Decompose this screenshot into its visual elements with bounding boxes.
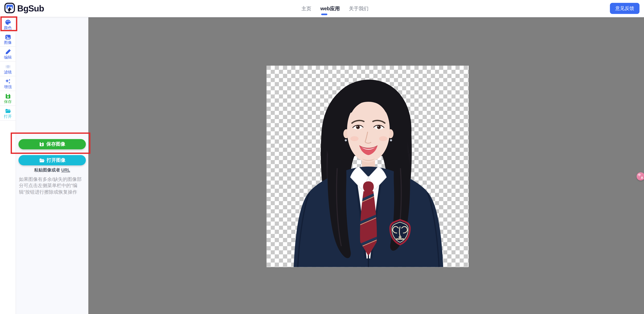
logo-text: BgSub [17, 4, 44, 13]
pencil-icon [5, 49, 11, 55]
tool-rail: 颜色 图像 编辑 滤镜 [0, 17, 16, 314]
feedback-button[interactable]: 意见反馈 [610, 3, 640, 14]
paste-url-link[interactable]: URL [61, 167, 70, 172]
save-icon [5, 93, 11, 99]
rail-item-color[interactable]: 颜色 [0, 17, 16, 32]
active-nav-underline [321, 13, 328, 15]
translate-en-char: A [641, 176, 643, 180]
nav-about[interactable]: 关于我们 [349, 5, 368, 12]
rail-item-image[interactable]: 图像 [0, 32, 16, 47]
screenshot-stage: BgSub 主页 web应用 关于我们 意见反馈 颜色 [0, 0, 644, 314]
transparent-image-preview [266, 65, 468, 267]
nav-home[interactable]: 主页 [302, 5, 311, 12]
open-folder-icon [5, 108, 11, 114]
rail-label: 滤镜 [4, 70, 12, 74]
open-folder-icon [39, 157, 44, 163]
nav-webapp-label: web应用 [320, 5, 340, 11]
editor-canvas [88, 17, 644, 314]
rail-label: 打开 [4, 114, 12, 118]
rail-item-save[interactable]: 保存 [0, 91, 16, 106]
rail-label: 编辑 [4, 55, 12, 59]
rail-label: 保存 [4, 99, 12, 103]
bgsub-logo-icon [4, 2, 15, 15]
rail-item-open[interactable]: 打开 [0, 106, 16, 121]
rail-label: 图像 [4, 40, 12, 44]
edit-help-text: 如果图像有多余/缺失的图像部分可点击左侧菜单栏中的"编辑"按钮进行擦除或恢复操作 [19, 176, 86, 195]
rail-label: 增强 [4, 85, 12, 89]
save-image-button[interactable]: 保存图像 [18, 139, 86, 149]
rail-item-enhance[interactable]: 增强 [0, 76, 16, 91]
rail-item-edit[interactable]: 编辑 [0, 47, 16, 62]
save-icon [39, 141, 44, 147]
open-image-button[interactable]: 打开图像 [18, 155, 86, 165]
palette-icon [5, 19, 11, 25]
save-image-label: 保存图像 [46, 141, 65, 147]
rail-label: 颜色 [4, 26, 12, 30]
translate-zh-char: 中 [638, 173, 641, 177]
rail-item-filter[interactable]: 滤镜 [0, 61, 16, 76]
translate-fab[interactable]: 中 A [636, 172, 644, 180]
nav-webapp[interactable]: web应用 [320, 5, 340, 12]
filter-dots-icon [5, 63, 11, 69]
paste-hint: 粘贴图像或者 URL [16, 167, 88, 173]
image-icon [5, 34, 11, 40]
sparkles-icon [5, 78, 11, 84]
open-image-label: 打开图像 [46, 157, 66, 163]
top-header: BgSub 主页 web应用 关于我们 意见反馈 [0, 0, 644, 17]
app-logo[interactable]: BgSub [4, 3, 44, 14]
portrait-image [266, 65, 468, 267]
main-nav: 主页 web应用 关于我们 [302, 0, 368, 17]
paste-hint-text: 粘贴图像或者 [34, 167, 61, 172]
tool-panel: 保存图像 打开图像 粘贴图像或者 URL 如果图像有多余/缺失的图像部分可点击左… [16, 17, 88, 314]
